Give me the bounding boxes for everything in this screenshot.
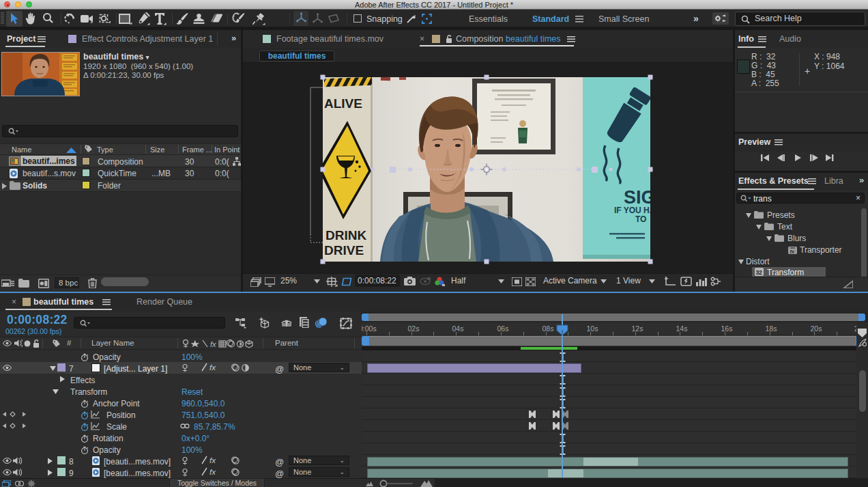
svg-text:32: 32 xyxy=(755,269,762,276)
svg-text:fx: fx xyxy=(210,340,216,348)
svg-text:fx: fx xyxy=(790,249,795,255)
